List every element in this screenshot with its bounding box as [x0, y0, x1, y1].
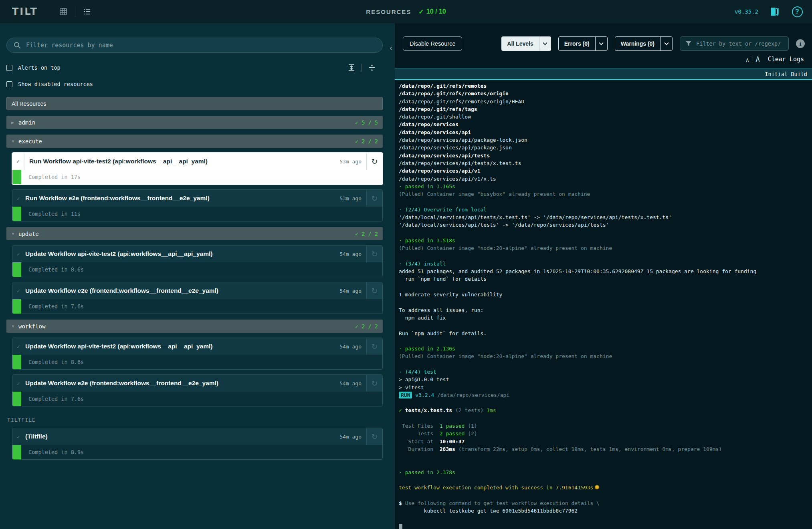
log-line	[399, 461, 812, 469]
font-smaller-button[interactable]: A	[746, 58, 749, 63]
trigger-update-button[interactable]: ↻	[366, 245, 382, 262]
resource-item-status-row: Completed in 8.6s	[12, 262, 382, 277]
tilt-logo: TILT	[12, 6, 38, 17]
log-line: · (2/4) Overwrite from local	[399, 206, 812, 213]
log-segment: /data/repo/services/api/package-lock.jso…	[399, 137, 527, 143]
log-line: /data/repo/services	[399, 121, 812, 128]
log-line	[399, 476, 812, 484]
trigger-update-button[interactable]: ↻	[366, 190, 382, 207]
resource-item-time: 54m ago	[339, 380, 362, 386]
log-segment: test workflow execution completed with s…	[399, 485, 593, 491]
sidebar-collapse-chevron[interactable]: ‹	[390, 43, 392, 52]
errors-dropdown[interactable]: Errors (0)	[558, 36, 608, 51]
build-header-bar: Initial Build	[395, 68, 812, 80]
alerts-on-top-checkbox[interactable]	[6, 65, 12, 71]
log-segment: npm audit fix	[399, 315, 446, 321]
log-output[interactable]: /data/repo/.git/refs/remotes/data/repo/.…	[395, 80, 812, 529]
warnings-dropdown[interactable]: Warnings (0)	[615, 36, 673, 51]
log-line	[399, 229, 812, 237]
help-button[interactable]: ?	[791, 6, 803, 18]
list-view-button[interactable]	[81, 6, 93, 18]
build-header-label: Initial Build	[765, 71, 807, 77]
log-segment: · (3/4) install	[399, 261, 446, 267]
log-segment: 2 passed	[440, 430, 465, 436]
resource-item[interactable]: ✓Run Workflow api-vite-test2 (api:workfl…	[12, 153, 383, 185]
terminal-cursor	[399, 524, 402, 529]
log-segment: /data/repo/.git/refs/remotes/origin/HEAD	[399, 99, 524, 105]
log-filter[interactable]	[680, 36, 789, 51]
log-line: · passed in 2.378s	[399, 469, 812, 476]
resource-item[interactable]: ✓Update Workflow api-vite-test2 (api:wor…	[12, 338, 383, 370]
log-line: Tests 2 passed (2)	[399, 430, 812, 437]
resource-item[interactable]: ✓(Tiltfile)54m ago↻Completed in 8.9s	[12, 428, 383, 460]
log-line: Duration 283ms (transform 22ms, setup 0m…	[399, 445, 812, 453]
font-size-controls[interactable]: A A	[746, 55, 759, 63]
log-segment: tests/x.test.ts	[405, 407, 452, 413]
log-pane: Disable Resource All Levels Errors (0) W…	[395, 23, 812, 529]
show-disabled-checkbox[interactable]	[6, 81, 12, 87]
log-segment: · passed in 2.136s	[399, 346, 455, 352]
trigger-update-button[interactable]: ↻	[366, 375, 382, 392]
log-segment: /data/repo/services/api/v1	[399, 168, 481, 174]
log-segment: · passed in 1.165s	[399, 183, 455, 189]
status-color-bar	[12, 207, 21, 221]
sort-divider	[362, 64, 362, 72]
grid-view-button[interactable]	[57, 6, 69, 18]
version-label: v0.35.2	[735, 8, 758, 15]
trigger-update-button[interactable]: ↻	[366, 153, 382, 170]
resource-item-title-row: ✓Update Workflow api-vite-test2 (api:wor…	[12, 245, 382, 262]
trigger-update-button[interactable]: ↻	[366, 428, 382, 445]
collapse-all-button[interactable]	[366, 62, 378, 74]
resource-item[interactable]: ✓Update Workflow e2e (frontend:workflows…	[12, 374, 383, 406]
log-filter-input[interactable]	[696, 40, 784, 47]
resource-search[interactable]	[6, 38, 383, 53]
group-header-workflow[interactable]: ▼workflow✓ 2 / 2	[6, 320, 383, 333]
log-line: Start at 10:00:37	[399, 438, 812, 445]
triangle-down-icon: ▼	[11, 324, 18, 328]
refresh-icon: ↻	[372, 286, 378, 296]
log-line	[399, 453, 812, 461]
resource-search-input[interactable]	[26, 42, 376, 49]
info-icon[interactable]: i	[796, 39, 805, 48]
triangle-down-icon: ▼	[11, 232, 18, 236]
docs-button[interactable]	[769, 6, 781, 18]
log-line	[399, 322, 812, 329]
log-segment: (Pulled) Container image "node:20-alpine…	[399, 245, 612, 251]
font-larger-button[interactable]: A	[755, 55, 759, 63]
log-line: kubectl testkube get twe 6901e5bd54611bb…	[399, 507, 812, 515]
resource-item-title-row: ✓Run Workflow e2e (frontend:workflows__f…	[12, 190, 382, 207]
log-line: Test Files 1 passed (1)	[399, 422, 812, 430]
expand-all-button[interactable]	[345, 62, 358, 74]
search-icon	[13, 41, 21, 49]
log-segment: Start at	[399, 438, 440, 445]
log-line: /data/repo/.git/refs/remotes/origin	[399, 90, 812, 97]
group-count: ✓ 2 / 2	[355, 323, 378, 330]
group-header-update[interactable]: ▼update✓ 2 / 2	[6, 227, 383, 240]
resource-item[interactable]: ✓Run Workflow e2e (frontend:workflows__f…	[12, 189, 383, 221]
group-header-execute[interactable]: ▼execute✓ 2 / 2	[6, 135, 383, 148]
resource-item[interactable]: ✓Update Workflow e2e (frontend:workflows…	[12, 282, 383, 314]
resource-item[interactable]: ✓Update Workflow api-vite-test2 (api:wor…	[12, 245, 383, 277]
log-line: '/data/local/services/api/tests/x.test.t…	[399, 213, 812, 221]
log-line	[399, 337, 812, 345]
trigger-update-button[interactable]: ↻	[366, 338, 382, 355]
alerts-on-top-label: Alerts on top	[18, 64, 61, 71]
log-line: To address all issues, run:	[399, 306, 812, 314]
log-line	[399, 515, 812, 523]
log-line: /data/repo/services/api/package.json	[399, 144, 812, 151]
log-level-dropdown[interactable]: All Levels	[501, 36, 551, 51]
resource-item-name: Run Workflow e2e (frontend:workflows__fr…	[24, 195, 339, 202]
funnel-icon	[685, 40, 692, 47]
clear-logs-button[interactable]: Clear Logs	[768, 56, 804, 63]
log-segment: (2 tests)	[452, 407, 483, 413]
group-header-admin[interactable]: ▶admin✓ 5 / 5	[6, 116, 383, 129]
disable-resource-button[interactable]: Disable Resource	[403, 36, 462, 51]
log-segment: Run `npm audit` for details.	[399, 330, 487, 336]
log-line	[399, 198, 812, 205]
log-segment: (2)	[465, 430, 477, 436]
log-line: /data/repo/services/api/v1	[399, 167, 812, 175]
all-resources-button[interactable]: All Resources	[6, 97, 383, 110]
log-line: · passed in 2.136s	[399, 345, 812, 352]
trigger-update-button[interactable]: ↻	[366, 282, 382, 299]
resource-item-title-row: ✓Update Workflow e2e (frontend:workflows…	[12, 282, 382, 299]
